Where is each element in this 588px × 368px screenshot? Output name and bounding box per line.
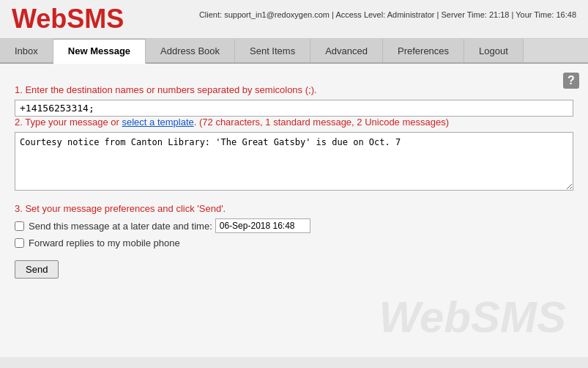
forward-checkbox[interactable] [15,238,24,248]
destination-input[interactable] [15,100,573,117]
step2-text: 2. Type your message or [15,117,119,128]
header-info: Client: support_in1@redoxygen.com | Acce… [199,9,576,22]
forward-row: Forward replies to my mobile phone [15,238,573,249]
prefs-section: 3. Set your message preferences and clic… [15,203,573,279]
char-info: (72 characters, 1 standard message, 2 Un… [199,117,449,128]
your-time: 16:48 [556,10,576,19]
step3-label: 3. Set your message preferences and clic… [15,203,573,214]
send-button[interactable]: Send [15,260,59,279]
server-time: 21:18 [489,10,510,19]
main-content: ? 1. Enter the destination names or numb… [0,64,588,357]
access-level: Administrator [387,10,435,19]
nav-item-inbox[interactable]: Inbox [0,39,53,62]
watermark: WebSMS [379,292,566,342]
datetime-input[interactable] [215,218,310,233]
nav-item-logout[interactable]: Logout [464,39,524,62]
nav-item-new-message[interactable]: New Message [53,39,146,64]
step2-label: 2. Type your message or select a templat… [15,117,573,128]
client-label: Client: [199,10,222,19]
logo: WebSMS [12,6,124,32]
server-time-label: Server Time: [441,10,486,19]
main-nav: Inbox New Message Address Book Sent Item… [0,39,588,64]
nav-item-sent-items[interactable]: Sent Items [235,39,310,62]
your-time-label: Your Time: [516,10,554,19]
schedule-label: Send this message at a later date and ti… [29,221,212,232]
forward-label: Forward replies to my mobile phone [29,238,180,249]
nav-item-advanced[interactable]: Advanced [310,39,383,62]
select-template-link[interactable]: select a template [122,117,193,128]
help-icon[interactable]: ? [563,73,579,89]
access-label: Access Level: [335,10,385,19]
message-textarea[interactable] [15,132,573,191]
client-email: support_in1@redoxygen.com [224,10,330,19]
step1-label: 1. Enter the destination names or number… [15,84,573,95]
schedule-row: Send this message at a later date and ti… [15,218,573,233]
nav-item-address-book[interactable]: Address Book [146,39,235,62]
header: WebSMS Client: support_in1@redoxygen.com… [0,0,588,39]
schedule-checkbox[interactable] [15,221,24,231]
nav-item-preferences[interactable]: Preferences [383,39,464,62]
